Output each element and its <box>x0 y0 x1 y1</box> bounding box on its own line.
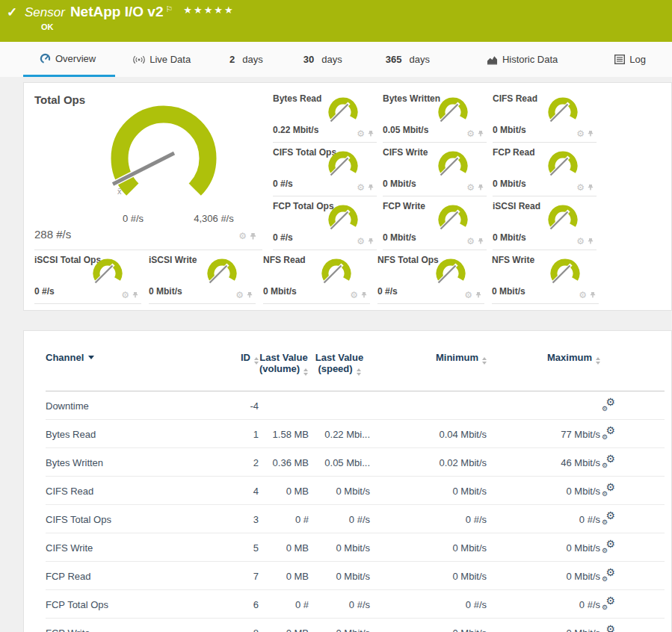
tab-label: Historic Data <box>502 54 558 65</box>
pin-icon[interactable] <box>588 184 594 191</box>
gauge-title: NFS Total Ops <box>377 255 439 265</box>
tab-historic-data[interactable]: Historic Data <box>476 42 568 77</box>
channel-last-value-speed: 0 Mbit/s <box>309 477 370 505</box>
pin-icon[interactable] <box>478 238 484 245</box>
gear-icon: ⚙ <box>602 575 608 583</box>
gear-icon: ⚙ <box>602 604 608 611</box>
gauge-title: Bytes Read <box>273 93 321 104</box>
live-data-icon <box>133 55 145 65</box>
channel-row[interactable]: FCP Total Ops 6 0 # 0 #/s 0 #/s 0 #/s ⚙ … <box>46 590 665 619</box>
mini-gauge <box>326 97 360 128</box>
gauge-settings-gear-icon[interactable]: ⚙ <box>121 291 129 300</box>
column-header-last-value-speed[interactable]: Last Value (speed) <box>309 340 370 391</box>
channel-name[interactable]: CIFS Read <box>46 477 214 505</box>
gauge-title: iSCSI Read <box>493 201 540 211</box>
channel-row[interactable]: FCP Write 8 0 MB 0 Mbit/s 0 Mbit/s 0 Mbi… <box>46 619 665 632</box>
column-header-channel[interactable]: Channel <box>46 340 214 391</box>
channel-row[interactable]: Bytes Read 1 1.58 MB 0.22 Mbi... 0.04 Mb… <box>46 420 665 448</box>
channel-row[interactable]: CIFS Read 4 0 MB 0 Mbit/s 0 Mbit/s 0 Mbi… <box>46 477 665 505</box>
channel-settings-icon[interactable]: ⚙ ⚙ <box>602 455 615 468</box>
pin-icon[interactable] <box>368 184 374 191</box>
column-header-id[interactable]: ID <box>214 340 259 391</box>
channel-row[interactable]: CIFS Total Ops 3 0 # 0 #/s 0 #/s 0 #/s ⚙… <box>46 505 665 533</box>
channel-minimum: 0 Mbit/s <box>370 619 487 632</box>
gauge-title: NFS Write <box>492 255 534 265</box>
channel-settings-icon[interactable]: ⚙ ⚙ <box>602 427 615 439</box>
tab-365-days[interactable]: 365 days <box>375 42 440 77</box>
channel-maximum: 46 Mbit/s <box>487 448 600 477</box>
status-badge: OK <box>41 22 54 31</box>
channel-name[interactable]: Bytes Read <box>46 420 214 448</box>
pin-icon[interactable] <box>368 130 374 137</box>
channel-id: 8 <box>214 619 259 632</box>
column-header-last-value-volume[interactable]: Last Value (volume) <box>259 340 309 391</box>
pin-icon[interactable] <box>478 130 484 137</box>
gauge-title: iSCSI Write <box>149 255 197 265</box>
channel-minimum: 0.02 Mbit/s <box>370 448 487 477</box>
flag-icon[interactable]: ⚐ <box>165 4 173 13</box>
channel-settings-icon[interactable]: ⚙ ⚙ <box>602 398 615 411</box>
tab-label: days <box>409 54 429 65</box>
channel-name[interactable]: CIFS Write <box>46 533 214 562</box>
channel-name[interactable]: FCP Total Ops <box>46 590 214 619</box>
channel-settings-icon[interactable]: ⚙ ⚙ <box>602 483 615 496</box>
channel-settings-icon[interactable]: ⚙ ⚙ <box>602 625 615 632</box>
tab-overview[interactable]: Overview <box>23 42 115 77</box>
gauge-settings-gear-icon[interactable]: ⚙ <box>466 183 475 192</box>
pin-icon[interactable] <box>132 291 138 299</box>
gauge-value: 0 Mbit/s <box>263 286 297 297</box>
channel-last-value-speed: 0 Mbit/s <box>309 562 370 590</box>
channel-row[interactable]: Downtime -4 ⚙ ⚙ <box>46 391 665 420</box>
channel-name[interactable]: CIFS Total Ops <box>46 505 214 533</box>
pin-icon[interactable] <box>590 291 596 299</box>
channel-last-value-volume: 1.58 MB <box>259 420 309 448</box>
mini-gauge <box>546 205 580 236</box>
tab-30-days[interactable]: 30 days <box>293 42 353 77</box>
channel-maximum: 0 #/s <box>487 590 600 619</box>
average-marker: x̄ <box>117 187 122 196</box>
gauge-settings-gear-icon[interactable]: ⚙ <box>357 129 365 138</box>
channel-name[interactable]: FCP Read <box>46 562 214 590</box>
channel-name[interactable]: Bytes Written <box>46 448 214 477</box>
channel-settings-icon[interactable]: ⚙ ⚙ <box>602 597 615 610</box>
priority-stars[interactable]: ★★★★★ <box>183 4 234 16</box>
gauge-settings-gear-icon[interactable]: ⚙ <box>466 237 475 246</box>
tab-log[interactable]: Log <box>604 42 656 77</box>
small-gauges-grid: Bytes Read 0.22 Mbit/s ⚙ <box>273 89 597 250</box>
channel-settings-icon[interactable]: ⚙ ⚙ <box>602 540 615 553</box>
pin-icon[interactable] <box>250 232 256 241</box>
gauge-tile: iSCSI Total Ops 0 #/s ⚙ <box>34 250 141 304</box>
channel-settings-icon[interactable]: ⚙ ⚙ <box>602 569 615 581</box>
pin-icon[interactable] <box>361 291 367 299</box>
gauge-settings-gear-icon[interactable]: ⚙ <box>579 291 587 300</box>
gauge-settings-gear-icon[interactable]: ⚙ <box>350 291 358 300</box>
gauge-settings-gear-icon[interactable]: ⚙ <box>576 183 585 192</box>
gauge-settings-gear-icon[interactable]: ⚙ <box>357 183 365 192</box>
pin-icon[interactable] <box>475 291 481 299</box>
pin-icon[interactable] <box>368 238 374 245</box>
gauge-settings-gear-icon[interactable]: ⚙ <box>576 129 585 138</box>
gauge-settings-gear-icon[interactable]: ⚙ <box>238 232 247 241</box>
gauge-tile: NFS Read 0 Mbit/s ⚙ <box>263 250 370 304</box>
channel-name[interactable]: FCP Write <box>46 619 214 632</box>
channel-row[interactable]: Bytes Written 2 0.36 MB 0.05 Mbi... 0.02… <box>46 448 665 477</box>
gauge-settings-gear-icon[interactable]: ⚙ <box>576 237 585 246</box>
gauge-title: Bytes Written <box>383 93 440 104</box>
pin-icon[interactable] <box>478 184 484 191</box>
column-header-maximum[interactable]: Maximum <box>487 340 600 391</box>
channel-row[interactable]: FCP Read 7 0 MB 0 Mbit/s 0 Mbit/s 0 Mbit… <box>46 562 665 590</box>
pin-icon[interactable] <box>588 130 594 137</box>
gauge-settings-gear-icon[interactable]: ⚙ <box>464 291 472 300</box>
gauge-settings-gear-icon[interactable]: ⚙ <box>235 291 244 300</box>
gauge-settings-gear-icon[interactable]: ⚙ <box>357 237 365 246</box>
channel-last-value-volume: 0 MB <box>259 477 309 505</box>
channel-name[interactable]: Downtime <box>46 391 214 420</box>
tab-2-days[interactable]: 2 days <box>219 42 274 77</box>
gauge-settings-gear-icon[interactable]: ⚙ <box>466 129 475 138</box>
pin-icon[interactable] <box>588 238 594 245</box>
pin-icon[interactable] <box>247 291 253 299</box>
tab-live-data[interactable]: Live Data <box>123 42 201 77</box>
column-header-minimum[interactable]: Minimum <box>370 340 487 391</box>
channel-settings-icon[interactable]: ⚙ ⚙ <box>602 512 615 524</box>
channel-row[interactable]: CIFS Write 5 0 MB 0 Mbit/s 0 Mbit/s 0 Mb… <box>46 533 665 562</box>
